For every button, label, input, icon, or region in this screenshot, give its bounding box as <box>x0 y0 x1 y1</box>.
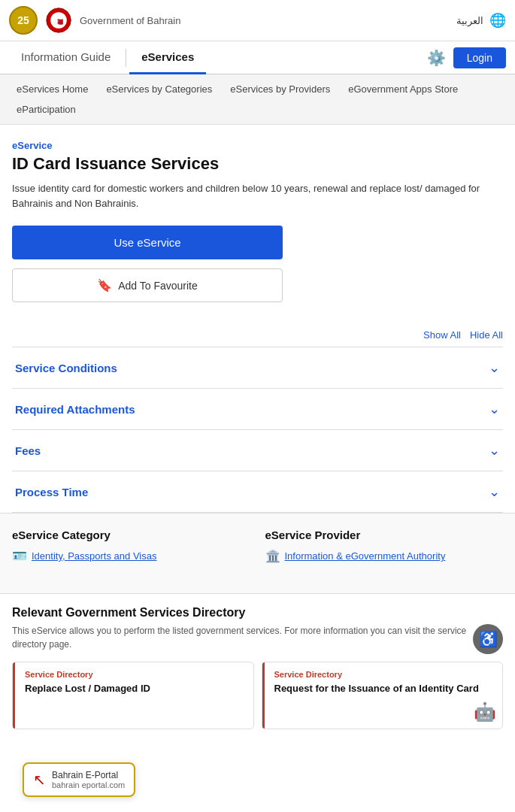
eservice-category-col: eService Category 🪪 Identity, Passports … <box>12 529 250 563</box>
show-all-link[interactable]: Show All <box>423 329 461 341</box>
accordion-fees: Fees ⌄ <box>12 430 503 471</box>
service-card-replace-id: Service Directory Replace Lost / Damaged… <box>12 662 254 729</box>
id-card-icon: 🪪 <box>12 549 27 563</box>
subnav-eservices-categories[interactable]: eServices by Categories <box>98 80 220 98</box>
subnav-egovernment-apps[interactable]: eGovernment Apps Store <box>341 80 465 98</box>
tab-separator <box>126 49 126 67</box>
relevant-cards: Service Directory Replace Lost / Damaged… <box>12 662 503 729</box>
service-directory-label-2: Service Directory <box>274 670 495 679</box>
accordion-header-process-time[interactable]: Process Time ⌄ <box>12 471 503 512</box>
service-directory-label-1: Service Directory <box>25 670 246 679</box>
accordion-header-service-conditions[interactable]: Service Conditions ⌄ <box>12 347 503 388</box>
eservice-provider-col: eService Provider 🏛️ Information & eGove… <box>265 529 504 563</box>
eservice-category-title: eService Category <box>12 529 250 541</box>
accordion-label-service-conditions: Service Conditions <box>15 362 117 374</box>
provider-icon: 🏛️ <box>265 549 280 563</box>
service-card-title-1: Replace Lost / Damaged ID <box>25 682 246 695</box>
chevron-down-icon-required-attachments: ⌄ <box>489 401 500 417</box>
accordion-label-fees: Fees <box>15 444 41 457</box>
accordion-process-time: Process Time ⌄ <box>12 471 503 513</box>
bottom-section: eService Category 🪪 Identity, Passports … <box>0 513 515 593</box>
show-hide-row-container: Show All Hide All Service Conditions ⌄ R… <box>0 317 515 513</box>
tab-eservices[interactable]: eServices <box>129 41 206 74</box>
show-hide-row: Show All Hide All <box>12 317 503 347</box>
settings-icon[interactable]: ⚙️ <box>427 49 446 67</box>
sub-nav: eServices Home eServices by Categories e… <box>0 74 515 125</box>
accessibility-icon: ♿ <box>479 630 498 648</box>
gov-name: Government of Bahrain <box>80 15 180 26</box>
eservice-provider-link-row: 🏛️ Information & eGovernment Authority <box>265 549 504 563</box>
service-description: Issue identity card for domestic workers… <box>12 181 503 211</box>
accordion-required-attachments: Required Attachments ⌄ <box>12 389 503 430</box>
relevant-section: Relevant Government Services Directory T… <box>0 593 515 741</box>
bookmark-icon: 🔖 <box>97 278 112 292</box>
svg-text:🇧🇭: 🇧🇭 <box>55 17 64 26</box>
service-title: ID Card Issuance Services <box>12 154 503 174</box>
service-card-title-2: Request for the Issuance of an Identity … <box>274 682 495 695</box>
eservice-label: eService <box>12 140 503 151</box>
nav-right: ⚙️ Login <box>427 47 506 68</box>
service-card-issuance: Service Directory Request for the Issuan… <box>262 662 504 729</box>
login-button[interactable]: Login <box>453 47 506 68</box>
top-bar-left: 25 🇧🇭 Government of Bahrain <box>9 6 180 35</box>
card-red-bar-2 <box>262 662 265 729</box>
top-bar: 25 🇧🇭 Government of Bahrain العربية 🌐 <box>0 0 515 41</box>
chevron-down-icon-fees: ⌄ <box>489 442 500 459</box>
nav-tabs: Information Guide eServices ⚙️ Login <box>0 41 515 74</box>
arabic-label[interactable]: العربية <box>456 15 483 26</box>
chevron-down-icon-service-conditions: ⌄ <box>489 359 500 376</box>
accordion-header-fees[interactable]: Fees ⌄ <box>12 430 503 471</box>
accordion-service-conditions: Service Conditions ⌄ <box>12 347 503 389</box>
eservice-provider-title: eService Provider <box>265 529 504 541</box>
relevant-title: Relevant Government Services Directory <box>12 606 503 620</box>
accordion-header-required-attachments[interactable]: Required Attachments ⌄ <box>12 389 503 429</box>
main-content: eService ID Card Issuance Services Issue… <box>0 125 515 317</box>
chevron-down-icon-process-time: ⌄ <box>489 483 500 500</box>
relevant-description: This eService allows you to perform the … <box>12 624 503 651</box>
relevant-desc-row: This eService allows you to perform the … <box>12 624 503 651</box>
use-eservice-button[interactable]: Use eService <box>12 226 283 259</box>
card-robot-icon: 🤖 <box>474 701 496 723</box>
card-red-bar-1 <box>13 662 15 729</box>
tab-information-guide[interactable]: Information Guide <box>9 41 123 74</box>
add-favourite-label: Add To Favourite <box>118 280 198 292</box>
eservice-provider-link[interactable]: Information & eGovernment Authority <box>285 550 446 562</box>
subnav-eservices-home[interactable]: eServices Home <box>9 80 95 98</box>
subnav-eservices-providers[interactable]: eServices by Providers <box>223 80 338 98</box>
bottom-grid: eService Category 🪪 Identity, Passports … <box>12 529 503 563</box>
accessibility-button[interactable]: ♿ <box>473 624 503 654</box>
accordion-label-process-time: Process Time <box>15 486 88 498</box>
subnav-eparticipation[interactable]: eParticipation <box>9 101 83 118</box>
badge-number: 25 <box>9 6 38 35</box>
eservice-category-link-row: 🪪 Identity, Passports and Visas <box>12 549 250 563</box>
hide-all-link[interactable]: Hide All <box>470 329 503 341</box>
bahrain-logo: 🇧🇭 <box>45 7 72 34</box>
globe-icon[interactable]: 🌐 <box>489 12 506 29</box>
top-bar-right: العربية 🌐 <box>456 12 506 29</box>
eservice-category-link[interactable]: Identity, Passports and Visas <box>32 550 156 562</box>
accordion-label-required-attachments: Required Attachments <box>15 403 135 416</box>
add-to-favourite-button[interactable]: 🔖 Add To Favourite <box>12 268 283 302</box>
